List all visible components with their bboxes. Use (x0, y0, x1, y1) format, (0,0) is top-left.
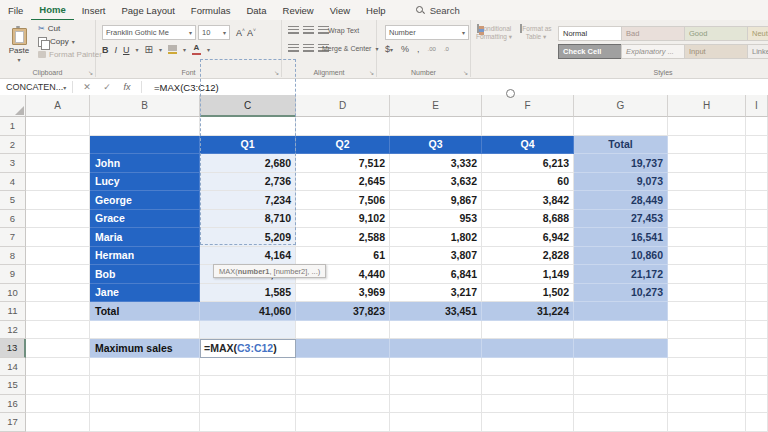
cell-C10[interactable]: 1,585 (200, 284, 296, 303)
cell-G7[interactable]: 16,541 (574, 228, 668, 247)
cell-F14[interactable] (482, 358, 574, 377)
cell-E15[interactable] (390, 376, 482, 395)
cell-F9[interactable]: 1,149 (482, 265, 574, 284)
cell-E13[interactable] (390, 339, 482, 358)
col-header-H[interactable]: H (668, 95, 746, 117)
cell-G11[interactable] (574, 302, 668, 321)
cell-I7[interactable] (746, 228, 768, 247)
cell-F15[interactable] (482, 376, 574, 395)
row-header-15[interactable]: 15 (0, 376, 26, 395)
cell-G6[interactable]: 27,453 (574, 210, 668, 229)
style-chip-normal[interactable]: Normal (558, 26, 626, 41)
cell-C1[interactable] (200, 117, 296, 136)
row-header-8[interactable]: 8 (0, 247, 26, 266)
cell-A15[interactable] (26, 376, 90, 395)
comma-button[interactable]: , (417, 44, 420, 54)
cell-A16[interactable] (26, 395, 90, 414)
cell-F5[interactable]: 3,842 (482, 191, 574, 210)
row-header-2[interactable]: 2 (0, 136, 26, 155)
italic-button[interactable]: I (115, 45, 118, 55)
cell-C3[interactable]: 2,680 (200, 154, 296, 173)
percent-button[interactable]: % (401, 44, 409, 54)
tab-file[interactable]: File (0, 0, 31, 20)
cell-A1[interactable] (26, 117, 90, 136)
cell-I10[interactable] (746, 284, 768, 303)
cell-E11[interactable]: 33,451 (390, 302, 482, 321)
cell-H13[interactable] (668, 339, 746, 358)
cell-C12[interactable] (200, 321, 296, 340)
cell-F12[interactable] (482, 321, 574, 340)
cell-F7[interactable]: 6,942 (482, 228, 574, 247)
cell-I5[interactable] (746, 191, 768, 210)
cell-H4[interactable] (668, 173, 746, 192)
select-all-corner[interactable] (0, 95, 26, 117)
cell-D17[interactable] (296, 413, 390, 432)
col-header-A[interactable]: A (26, 95, 90, 117)
cell-E4[interactable]: 3,632 (390, 173, 482, 192)
cell-H10[interactable] (668, 284, 746, 303)
cell-D13[interactable] (296, 339, 390, 358)
cell-H15[interactable] (668, 376, 746, 395)
cell-C5[interactable]: 7,234 (200, 191, 296, 210)
cell-C16[interactable] (200, 395, 296, 414)
col-header-G[interactable]: G (574, 95, 668, 117)
cell-D1[interactable] (296, 117, 390, 136)
cell-I1[interactable] (746, 117, 768, 136)
cell-D10[interactable]: 3,969 (296, 284, 390, 303)
cell-D5[interactable]: 7,506 (296, 191, 390, 210)
col-header-B[interactable]: B (90, 95, 200, 117)
cell-H7[interactable] (668, 228, 746, 247)
cell-F8[interactable]: 2,828 (482, 247, 574, 266)
tab-page-layout[interactable]: Page Layout (113, 0, 182, 20)
cell-D12[interactable] (296, 321, 390, 340)
row-header-7[interactable]: 7 (0, 228, 26, 247)
row-header-11[interactable]: 11 (0, 302, 26, 321)
cell-I15[interactable] (746, 376, 768, 395)
cell-A10[interactable] (26, 284, 90, 303)
col-header-D[interactable]: D (296, 95, 390, 117)
cell-C11[interactable]: 41,060 (200, 302, 296, 321)
cell-A6[interactable] (26, 210, 90, 229)
cell-E10[interactable]: 3,217 (390, 284, 482, 303)
cell-B1[interactable] (90, 117, 200, 136)
tab-data[interactable]: Data (238, 0, 274, 20)
cell-E16[interactable] (390, 395, 482, 414)
cell-C7[interactable]: 5,209 (200, 228, 296, 247)
cell-B9[interactable]: Bob (90, 265, 200, 284)
cell-G15[interactable] (574, 376, 668, 395)
cell-G3[interactable]: 19,737 (574, 154, 668, 173)
cell-D7[interactable]: 2,588 (296, 228, 390, 247)
cell-A3[interactable] (26, 154, 90, 173)
cell-G1[interactable] (574, 117, 668, 136)
cell-A17[interactable] (26, 413, 90, 432)
cell-A2[interactable] (26, 136, 90, 155)
tab-home[interactable]: Home (31, 0, 73, 21)
tab-review[interactable]: Review (275, 0, 322, 20)
align-center-icon[interactable] (303, 44, 314, 52)
cell-E12[interactable] (390, 321, 482, 340)
cell-I17[interactable] (746, 413, 768, 432)
cell-E9[interactable]: 6,841 (390, 265, 482, 284)
font-size-select[interactable]: 10▾ (198, 25, 230, 40)
cell-E3[interactable]: 3,332 (390, 154, 482, 173)
cell-A7[interactable] (26, 228, 90, 247)
decrease-decimal-button[interactable]: .0 (444, 46, 449, 52)
cell-F11[interactable]: 31,224 (482, 302, 574, 321)
cell-I13[interactable] (746, 339, 768, 358)
row-header-6[interactable]: 6 (0, 210, 26, 229)
row-header-14[interactable]: 14 (0, 358, 26, 377)
font-color-button[interactable]: A (192, 44, 201, 55)
cell-I3[interactable] (746, 154, 768, 173)
paste-dropdown-arrow[interactable]: ▾ (17, 56, 20, 63)
cell-H11[interactable] (668, 302, 746, 321)
cell-H5[interactable] (668, 191, 746, 210)
cell-B6[interactable]: Grace (90, 210, 200, 229)
search-box[interactable]: Search (416, 5, 460, 16)
cell-A5[interactable] (26, 191, 90, 210)
insert-function-button[interactable]: fx (117, 82, 137, 92)
cancel-button[interactable]: ✕ (77, 82, 97, 92)
name-box-dropdown-arrow[interactable]: ▾ (63, 84, 66, 91)
cell-B4[interactable]: Lucy (90, 173, 200, 192)
cell-A12[interactable] (26, 321, 90, 340)
tab-view[interactable]: View (322, 0, 358, 20)
